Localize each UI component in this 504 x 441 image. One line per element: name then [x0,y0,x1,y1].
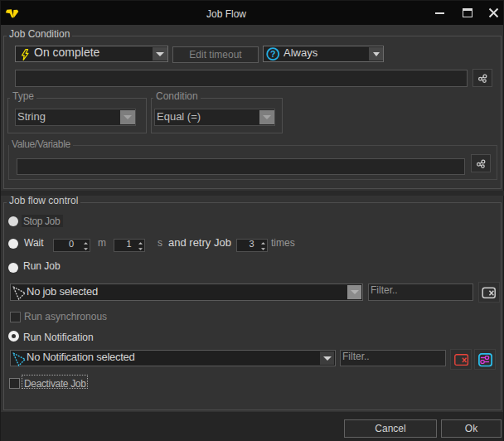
svg-text:?: ? [270,49,275,59]
